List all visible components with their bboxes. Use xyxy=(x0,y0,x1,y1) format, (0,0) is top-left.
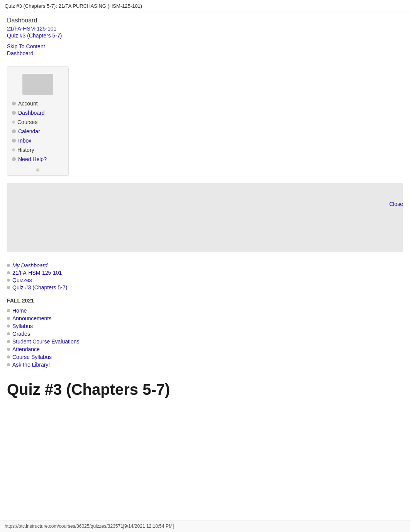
sidebar-history-label: History xyxy=(17,147,34,153)
calendar-bullet xyxy=(12,129,16,133)
quiz-title-section: Quiz #3 (Chapters 5-7) xyxy=(0,369,410,406)
dashboard-bullet xyxy=(12,111,16,115)
bc-course-row: 21/FA-HSM-125-101 xyxy=(7,270,403,276)
sidebar-nav: Account Dashboard Courses Calendar Inbox… xyxy=(7,66,69,176)
sidebar-item-dashboard[interactable]: Dashboard xyxy=(7,108,68,117)
need-help-bullet xyxy=(12,157,16,161)
sidebar-need-help-link[interactable]: Need Help? xyxy=(18,156,47,162)
course-nav-grades-link[interactable]: Grades xyxy=(12,331,30,337)
bc-course-link[interactable]: 21/FA-HSM-125-101 xyxy=(12,270,62,276)
breadcrumb-course-link[interactable]: 21/FA-HSM-125-101 xyxy=(7,25,403,32)
course-nav-announcements: Announcements xyxy=(7,315,403,321)
sidebar-item-account[interactable]: Account xyxy=(7,99,68,108)
nav-bullet-library xyxy=(7,363,10,366)
quiz-main-title: Quiz #3 (Chapters 5-7) xyxy=(7,381,403,398)
breadcrumb-quiz-link[interactable]: Quiz #3 (Chapters 5-7) xyxy=(7,32,403,39)
footer-bar: https://otc.instructure.com/courses/3602… xyxy=(0,520,410,532)
nav-bullet-announcements xyxy=(7,317,10,320)
sidebar-item-inbox[interactable]: Inbox xyxy=(7,136,68,145)
course-nav-course-syllabus: Course Syllabus xyxy=(7,354,403,360)
bc-my-dashboard-row: My Dashboard xyxy=(7,262,403,269)
sidebar-account-label: Account xyxy=(18,100,38,107)
nav-bullet-course-syllabus xyxy=(7,355,10,359)
page-title-text: Quiz #3 (Chapters 5-7): 21/FA PURCHASING… xyxy=(5,3,142,9)
sidebar-inbox-link[interactable]: Inbox xyxy=(18,138,31,144)
sidebar-item-calendar[interactable]: Calendar xyxy=(7,127,68,136)
bc-bullet-3 xyxy=(7,279,10,282)
bc-bullet-4 xyxy=(7,286,10,289)
footer-url: https://otc.instructure.com/courses/3602… xyxy=(5,524,174,529)
bc-quizzes-row: Quizzes xyxy=(7,277,403,283)
nav-bullet-home xyxy=(7,309,10,312)
close-link[interactable]: Close xyxy=(389,201,403,207)
bc-quizzes-link[interactable]: Quizzes xyxy=(12,277,32,283)
course-nav-evaluations: Student Course Evaluations xyxy=(7,338,403,345)
course-nav-announcements-link[interactable]: Announcements xyxy=(12,315,51,321)
sidebar-item-courses[interactable]: Courses xyxy=(7,117,68,127)
dashboard-link[interactable]: Dashboard xyxy=(7,50,403,56)
inbox-bullet xyxy=(12,139,16,143)
sidebar-item-need-help[interactable]: Need Help? xyxy=(7,155,68,164)
sidebar-item-history[interactable]: History xyxy=(7,145,68,155)
close-button[interactable]: Close xyxy=(389,201,403,207)
bc-quiz-link[interactable]: Quiz #3 (Chapters 5-7) xyxy=(12,284,67,291)
course-nav-home: Home xyxy=(7,308,403,314)
bottom-bullet xyxy=(36,168,39,172)
course-nav-library-link[interactable]: Ask the Library! xyxy=(12,362,50,368)
nav-bullet-evaluations xyxy=(7,340,10,343)
bc-quiz-row: Quiz #3 (Chapters 5-7) xyxy=(7,284,403,291)
account-bullet xyxy=(12,102,16,105)
history-bullet xyxy=(12,148,15,151)
skip-to-content-link[interactable]: Skip To Content xyxy=(7,43,403,49)
skip-dashboard-area: Skip To Content Dashboard xyxy=(0,40,410,59)
sidebar-dashboard-link[interactable]: Dashboard xyxy=(18,110,45,116)
course-nav-grades: Grades xyxy=(7,331,403,337)
sidebar-calendar-link[interactable]: Calendar xyxy=(18,128,40,134)
sidebar-courses-label: Courses xyxy=(17,119,37,125)
nav-bullet-syllabus xyxy=(7,325,10,328)
course-nav-home-link[interactable]: Home xyxy=(12,308,27,314)
bc-my-dashboard-link[interactable]: My Dashboard xyxy=(12,262,47,269)
course-nav: Home Announcements Syllabus Grades Stude… xyxy=(0,306,410,369)
bc-bullet-1 xyxy=(7,264,10,267)
page-title-bar: Quiz #3 (Chapters 5-7): 21/FA PURCHASING… xyxy=(0,0,410,12)
course-nav-evaluations-link[interactable]: Student Course Evaluations xyxy=(12,338,80,345)
breadcrumb-dashboard-label: Dashboard xyxy=(7,17,403,24)
gray-placeholder-region xyxy=(7,183,403,252)
bc-bullet-2 xyxy=(7,271,10,274)
avatar xyxy=(22,74,53,95)
nav-bullet-grades xyxy=(7,332,10,335)
course-nav-course-syllabus-link[interactable]: Course Syllabus xyxy=(12,354,52,360)
course-nav-syllabus-link[interactable]: Syllabus xyxy=(12,323,33,329)
breadcrumb-section2: My Dashboard 21/FA-HSM-125-101 Quizzes Q… xyxy=(0,256,410,294)
courses-bullet xyxy=(12,121,15,124)
course-nav-library: Ask the Library! xyxy=(7,362,403,368)
nav-bullet-attendance xyxy=(7,348,10,351)
breadcrumb-top: Dashboard 21/FA-HSM-125-101 Quiz #3 (Cha… xyxy=(0,12,410,40)
course-nav-attendance-link[interactable]: Attendance xyxy=(12,346,40,352)
course-nav-syllabus: Syllabus xyxy=(7,323,403,329)
course-nav-attendance: Attendance xyxy=(7,346,403,352)
semester-label: FALL 2021 xyxy=(0,294,410,306)
